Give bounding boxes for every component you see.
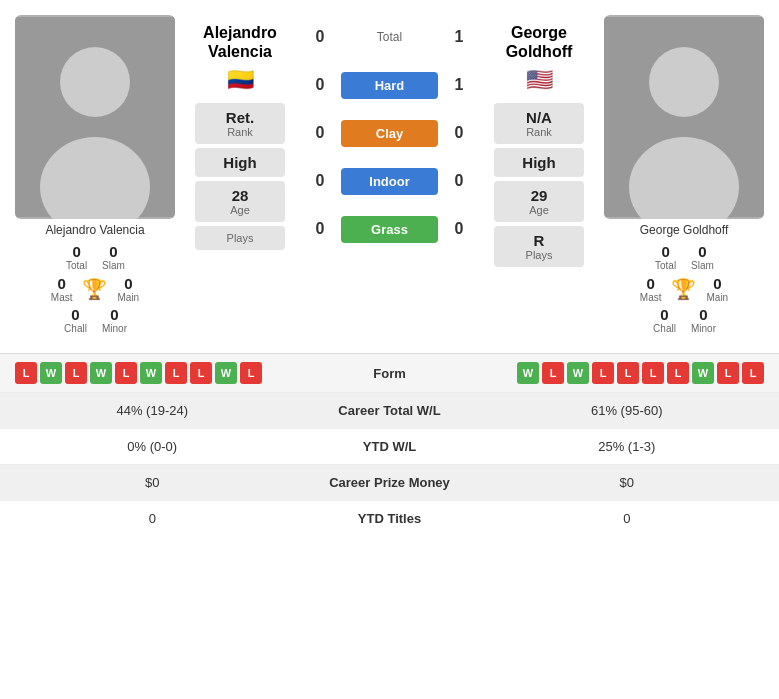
form-left: LWLWLWLLWL <box>15 362 330 384</box>
form-right-badge-2: W <box>567 362 589 384</box>
right-plays-box: R Plays <box>494 226 584 267</box>
left-player-photo <box>15 15 175 219</box>
right-minor-value: 0 <box>699 306 707 323</box>
right-mast-value: 0 <box>646 275 654 292</box>
form-right-badge-8: L <box>717 362 739 384</box>
left-rank-label: Rank <box>203 126 277 138</box>
left-prize: $0 <box>15 475 290 490</box>
right-ytd-wl: 25% (1-3) <box>490 439 765 454</box>
right-main-label: Main <box>706 292 728 303</box>
right-plays-value: R <box>502 232 576 249</box>
form-right-badge-0: W <box>517 362 539 384</box>
form-section: LWLWLWLLWL Form WLWLLLLWLL <box>0 353 779 392</box>
left-chall-label: Chall <box>64 323 87 334</box>
career-total-wl-label: Career Total W/L <box>290 403 490 418</box>
indoor-score-left: 0 <box>305 172 335 190</box>
left-minor-stat: 0 Minor <box>102 306 127 334</box>
grass-row: 0 Grass 0 <box>305 207 474 251</box>
left-player-info: Alejandro Valencia 🇨🇴 Ret. Rank High 28 … <box>180 15 300 338</box>
hard-score-right: 1 <box>444 76 474 94</box>
left-rank-value: Ret. <box>203 109 277 126</box>
grass-score-right: 0 <box>444 220 474 238</box>
clay-row: 0 Clay 0 <box>305 111 474 155</box>
left-rank-box: Ret. Rank <box>195 103 285 144</box>
left-main-stat: 0 Main <box>117 275 139 303</box>
right-player-silhouette <box>604 15 764 219</box>
left-player-name: Alejandro Valencia <box>45 223 144 237</box>
left-plays-label: Plays <box>203 232 277 244</box>
form-right-badge-7: W <box>692 362 714 384</box>
left-mast-stat: 0 Mast <box>51 275 73 303</box>
ytd-titles-row: 0 YTD Titles 0 <box>0 500 779 536</box>
left-high-value: High <box>203 154 277 171</box>
left-player-silhouette <box>15 15 175 219</box>
form-left-badge-8: W <box>215 362 237 384</box>
right-slam-value: 0 <box>698 243 706 260</box>
right-trophy-icon: 🏆 <box>671 277 696 301</box>
right-rank-value: N/A <box>502 109 576 126</box>
right-main-stat: 0 Main <box>706 275 728 303</box>
left-minor-label: Minor <box>102 323 127 334</box>
left-chall-value: 0 <box>71 306 79 323</box>
form-label: Form <box>330 366 450 381</box>
form-left-badge-9: L <box>240 362 262 384</box>
form-left-badge-6: L <box>165 362 187 384</box>
right-mast-label: Mast <box>640 292 662 303</box>
ytd-titles-label: YTD Titles <box>290 511 490 526</box>
form-right-badge-1: L <box>542 362 564 384</box>
right-prize: $0 <box>490 475 765 490</box>
right-age-box: 29 Age <box>494 181 584 222</box>
form-right: WLWLLLLWLL <box>450 362 765 384</box>
right-high-value: High <box>502 154 576 171</box>
ytd-wl-label: YTD W/L <box>290 439 490 454</box>
right-chall-value: 0 <box>660 306 668 323</box>
left-ytd-wl: 0% (0-0) <box>15 439 290 454</box>
left-career-total-wl: 44% (19-24) <box>15 403 290 418</box>
right-rank-label: Rank <box>502 126 576 138</box>
left-main-value: 0 <box>124 275 132 292</box>
form-right-badge-5: L <box>642 362 664 384</box>
right-player-flag: 🇺🇸 <box>526 67 553 93</box>
indoor-score-right: 0 <box>444 172 474 190</box>
right-player-stats: 0 Total 0 Slam 0 Mast 🏆 0 <box>599 243 769 338</box>
total-score-left: 0 <box>305 28 335 46</box>
left-high-box: High <box>195 148 285 177</box>
hard-row: 0 Hard 1 <box>305 63 474 107</box>
hard-button: Hard <box>341 72 438 99</box>
left-player-stats: 0 Total 0 Slam 0 Mast 🏆 0 <box>10 243 180 338</box>
form-left-badge-3: W <box>90 362 112 384</box>
left-age-label: Age <box>203 204 277 216</box>
ytd-wl-row: 0% (0-0) YTD W/L 25% (1-3) <box>0 428 779 464</box>
grass-score-left: 0 <box>305 220 335 238</box>
clay-score-left: 0 <box>305 124 335 142</box>
indoor-row: 0 Indoor 0 <box>305 159 474 203</box>
grass-button: Grass <box>341 216 438 243</box>
left-slam-label: Slam <box>102 260 125 271</box>
left-plays-box: Plays <box>195 226 285 250</box>
form-left-badge-5: W <box>140 362 162 384</box>
right-player-column: George Goldhoff 0 Total 0 Slam 0 Mast <box>599 15 769 338</box>
form-right-badge-9: L <box>742 362 764 384</box>
form-right-badge-4: L <box>617 362 639 384</box>
left-trophy-icon: 🏆 <box>82 277 107 301</box>
total-row: 0 Total 1 <box>305 15 474 59</box>
player-section: Alejandro Valencia 0 Total 0 Slam 0 Mas <box>0 0 779 353</box>
right-player-name-header: George Goldhoff <box>479 23 599 61</box>
left-mast-value: 0 <box>57 275 65 292</box>
right-age-label: Age <box>502 204 576 216</box>
left-mast-label: Mast <box>51 292 73 303</box>
right-main-value: 0 <box>713 275 721 292</box>
right-rank-box: N/A Rank <box>494 103 584 144</box>
svg-point-4 <box>649 47 719 117</box>
form-left-badge-4: L <box>115 362 137 384</box>
center-column: 0 Total 1 0 Hard 1 0 Clay 0 0 Indoor 0 <box>305 15 474 338</box>
right-minor-label: Minor <box>691 323 716 334</box>
form-left-badge-7: L <box>190 362 212 384</box>
clay-score-right: 0 <box>444 124 474 142</box>
left-chall-stat: 0 Chall <box>63 306 88 334</box>
indoor-button: Indoor <box>341 168 438 195</box>
left-minor-value: 0 <box>110 306 118 323</box>
left-slam-stat: 0 Slam <box>102 243 125 271</box>
left-total-value: 0 <box>72 243 80 260</box>
right-slam-label: Slam <box>691 260 714 271</box>
